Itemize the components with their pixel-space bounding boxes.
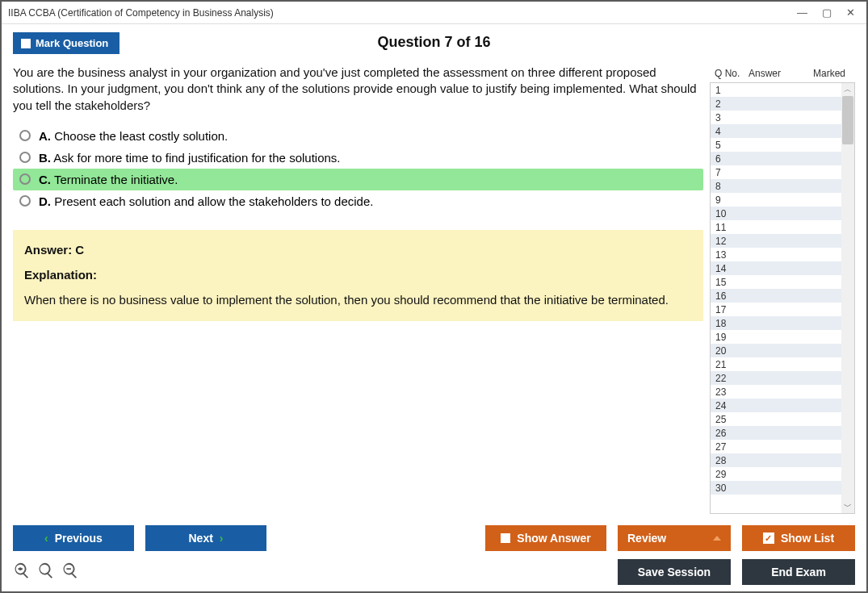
qlist-row[interactable]: 18 [711, 316, 841, 330]
qlist-row[interactable]: 19 [711, 330, 841, 344]
qlist-row[interactable]: 20 [711, 344, 841, 357]
radio-icon [19, 173, 31, 185]
show-answer-label: Show Answer [517, 532, 590, 545]
svg-point-0 [19, 567, 22, 570]
qlist-row[interactable]: 22 [711, 371, 841, 385]
option-d[interactable]: D. Present each solution and allow the s… [13, 190, 703, 212]
next-label: Next [188, 532, 212, 545]
option-letter: A. [39, 129, 51, 143]
zoom-in-icon[interactable] [37, 562, 55, 583]
triangle-up-icon [713, 536, 721, 541]
qlist-row[interactable]: 15 [711, 275, 841, 289]
qlist-row[interactable]: 8 [711, 179, 841, 193]
square-icon [501, 533, 510, 543]
qlist-row[interactable]: 7 [711, 165, 841, 179]
show-list-button[interactable]: ✓ Show List [742, 525, 855, 551]
previous-label: Previous [55, 532, 103, 545]
qlist-row[interactable]: 9 [711, 193, 841, 207]
option-letter: B. [39, 151, 51, 165]
options-list: A. Choose the least costly solution.B. A… [13, 125, 703, 212]
qlist-row[interactable]: 6 [711, 152, 841, 165]
qlist-row[interactable]: 14 [711, 261, 841, 275]
qlist-row[interactable]: 25 [711, 412, 841, 426]
maximize-icon[interactable]: ▢ [822, 6, 832, 19]
qlist-row[interactable]: 21 [711, 357, 841, 371]
qlist-row[interactable]: 16 [711, 289, 841, 303]
scroll-up-icon[interactable]: ︿ [841, 83, 854, 96]
mark-question-button[interactable]: Mark Question [13, 32, 120, 54]
answer-line: Answer: C [24, 243, 692, 257]
window-title: IIBA CCBA (Certification of Competency i… [8, 7, 797, 19]
previous-button[interactable]: ‹ Previous [13, 525, 134, 551]
qlist-row[interactable]: 4 [711, 124, 841, 138]
zoom-out-icon[interactable] [61, 562, 79, 583]
radio-icon [19, 152, 31, 163]
answer-explanation-panel: Answer: C Explanation: When there is no … [13, 230, 703, 321]
close-icon[interactable]: ✕ [846, 6, 855, 19]
qlist-row[interactable]: 10 [711, 207, 841, 220]
qlist-row[interactable]: 26 [711, 426, 841, 440]
qlist-row[interactable]: 11 [711, 220, 841, 234]
mark-question-label: Mark Question [36, 37, 108, 49]
minimize-icon[interactable]: — [797, 6, 807, 19]
review-button[interactable]: Review [618, 525, 731, 551]
chevron-left-icon: ‹ [44, 532, 48, 545]
col-header-answer: Answer [748, 68, 811, 79]
option-text: Ask for more time to find justification … [53, 151, 340, 165]
qlist-row[interactable]: 27 [711, 440, 841, 453]
option-letter: C. [39, 173, 51, 186]
qlist-row[interactable]: 12 [711, 234, 841, 248]
qlist-row[interactable]: 17 [711, 303, 841, 316]
qlist-row[interactable]: 28 [711, 453, 841, 467]
option-b[interactable]: B. Ask for more time to find justificati… [13, 147, 703, 169]
save-session-button[interactable]: Save Session [618, 559, 731, 585]
scrollbar[interactable]: ︿ ﹀ [841, 83, 854, 513]
scroll-down-icon[interactable]: ﹀ [841, 500, 854, 513]
end-exam-button[interactable]: End Exam [742, 559, 855, 585]
show-answer-button[interactable]: Show Answer [485, 525, 606, 551]
option-c[interactable]: C. Terminate the initiative. [13, 169, 703, 190]
option-text: Terminate the initiative. [54, 173, 178, 186]
qlist-row[interactable]: 1 [711, 83, 841, 97]
review-label: Review [627, 532, 666, 545]
question-counter: Question 7 of 16 [13, 34, 855, 51]
scroll-thumb[interactable] [842, 96, 853, 144]
show-list-label: Show List [781, 532, 834, 545]
qlist-row[interactable]: 30 [711, 481, 841, 495]
qlist-row[interactable]: 24 [711, 399, 841, 412]
next-button[interactable]: Next › [145, 525, 266, 551]
qlist-row[interactable]: 3 [711, 111, 841, 124]
col-header-marked: Marked [811, 68, 853, 79]
check-icon: ✓ [763, 532, 774, 544]
option-text: Choose the least costly solution. [54, 129, 228, 143]
explanation-label: Explanation: [24, 268, 692, 282]
titlebar: IIBA CCBA (Certification of Competency i… [2, 2, 866, 24]
radio-icon [19, 195, 31, 207]
question-list-panel: Q No. Answer Marked 12345678910111213141… [710, 65, 855, 514]
option-a[interactable]: A. Choose the least costly solution. [13, 125, 703, 147]
option-letter: D. [39, 194, 51, 208]
question-area: You are the business analyst in your org… [13, 65, 703, 514]
qlist-row[interactable]: 13 [711, 248, 841, 261]
question-text: You are the business analyst in your org… [13, 65, 703, 114]
qlist-row[interactable]: 29 [711, 467, 841, 481]
chevron-right-icon: › [220, 532, 224, 545]
save-session-label: Save Session [638, 566, 711, 578]
explanation-text: When there is no business value to imple… [24, 293, 692, 307]
end-exam-label: End Exam [771, 566, 826, 578]
checkbox-icon [21, 39, 31, 48]
radio-icon [19, 130, 31, 141]
qlist-row[interactable]: 2 [711, 97, 841, 111]
qlist-row[interactable]: 23 [711, 385, 841, 399]
app-window: IIBA CCBA (Certification of Competency i… [0, 0, 868, 593]
option-text: Present each solution and allow the stak… [54, 194, 373, 208]
question-number-list[interactable]: 1234567891011121314151617181920212223242… [711, 83, 841, 513]
col-header-qno: Q No. [715, 68, 748, 79]
qlist-row[interactable]: 5 [711, 138, 841, 152]
zoom-reset-icon[interactable] [13, 562, 31, 583]
